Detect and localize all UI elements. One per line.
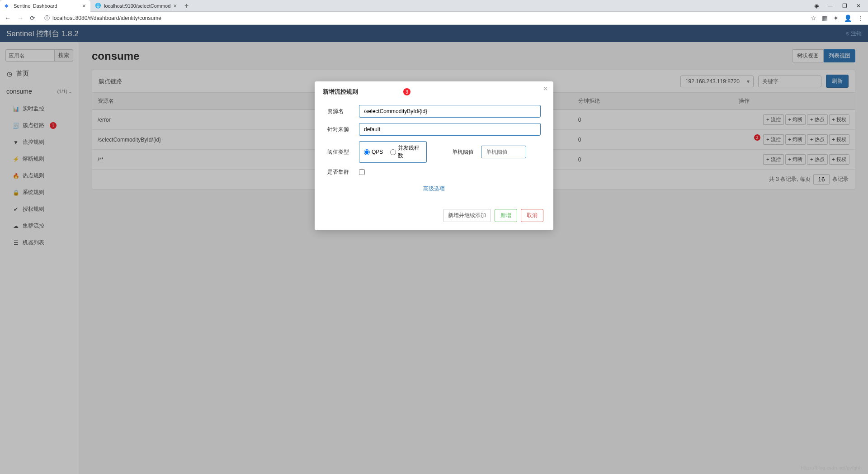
close-window-button[interactable]: ✕: [856, 3, 861, 9]
back-button[interactable]: ←: [5, 14, 11, 22]
reload-button[interactable]: ⟳: [30, 14, 35, 22]
toolbar-icons: ☆ ▦ ✦ 👤 ⋮: [811, 14, 863, 22]
menu-icon[interactable]: ⋮: [857, 14, 863, 22]
modal-footer: 新增并继续添加 新增 取消: [315, 204, 553, 230]
browser-tab-inactive[interactable]: 🌐 localhost:9100/selectCommod ×: [90, 0, 181, 12]
cluster-checkbox[interactable]: [359, 169, 365, 175]
add-continue-button[interactable]: 新增并继续添加: [443, 209, 491, 222]
globe-icon: 🌐: [95, 3, 101, 9]
watermark: https://blog.csdn.net/gyfghh: [801, 465, 862, 470]
minimize-button[interactable]: —: [828, 3, 833, 9]
advanced-options-link[interactable]: 高级选项: [327, 181, 541, 196]
close-icon[interactable]: ×: [82, 2, 86, 9]
threshold-input[interactable]: [481, 146, 526, 158]
site-info-icon[interactable]: ⓘ: [44, 14, 50, 22]
label-source: 针对来源: [327, 126, 359, 133]
modal-body: 资源名 针对来源 阈值类型 QPS 并发线程数 单机阈值 是否: [315, 102, 553, 204]
extension-icon[interactable]: ▦: [822, 14, 828, 22]
source-input[interactable]: [359, 123, 541, 136]
new-tab-button[interactable]: +: [181, 2, 192, 10]
url-bar[interactable]: ⓘ localhost:8080/#/dashboard/identity/co…: [40, 14, 806, 22]
modal-overlay: 新增流控规则 3 × 资源名 针对来源 阈值类型 QPS 并发线程数 单: [0, 25, 868, 474]
close-icon[interactable]: ×: [173, 2, 177, 9]
step-badge: 3: [403, 88, 410, 95]
browser-tab-bar: ◆ Sentinel Dashboard × 🌐 localhost:9100/…: [0, 0, 868, 12]
modal-close-button[interactable]: ×: [543, 84, 548, 94]
cancel-button[interactable]: 取消: [521, 209, 543, 222]
label-cluster: 是否集群: [327, 168, 359, 176]
url-text: localhost:8080/#/dashboard/identity/cons…: [52, 15, 161, 21]
radio-thread[interactable]: 并发线程数: [390, 144, 422, 160]
star-icon[interactable]: ☆: [811, 14, 816, 22]
forward-button[interactable]: →: [17, 14, 24, 22]
window-controls: ◉ — ❐ ✕: [814, 3, 868, 9]
resource-input[interactable]: [359, 105, 541, 118]
browser-tab-active[interactable]: ◆ Sentinel Dashboard ×: [0, 0, 90, 12]
profile-icon[interactable]: 👤: [844, 14, 852, 22]
add-flow-rule-modal: 新增流控规则 3 × 资源名 针对来源 阈值类型 QPS 并发线程数 单: [315, 81, 553, 230]
label-type: 阈值类型: [327, 148, 359, 156]
modal-title: 新增流控规则: [323, 88, 358, 96]
nav-buttons: ← → ⟳: [5, 14, 35, 22]
modal-header: 新增流控规则 3 ×: [315, 81, 553, 102]
tab-title: localhost:9100/selectCommod: [104, 3, 170, 9]
threshold-type-group: QPS 并发线程数: [359, 141, 427, 163]
add-button[interactable]: 新增: [495, 209, 517, 222]
puzzle-icon[interactable]: ✦: [833, 14, 839, 22]
tab-title: Sentinel Dashboard: [14, 3, 57, 9]
label-threshold: 单机阈值: [452, 148, 474, 156]
radio-qps[interactable]: QPS: [364, 149, 383, 155]
maximize-button[interactable]: ❐: [842, 3, 847, 9]
label-resource: 资源名: [327, 108, 359, 115]
browser-address-bar: ← → ⟳ ⓘ localhost:8080/#/dashboard/ident…: [0, 12, 868, 25]
incognito-icon: ◉: [814, 3, 819, 9]
sentinel-favicon: ◆: [5, 3, 11, 9]
